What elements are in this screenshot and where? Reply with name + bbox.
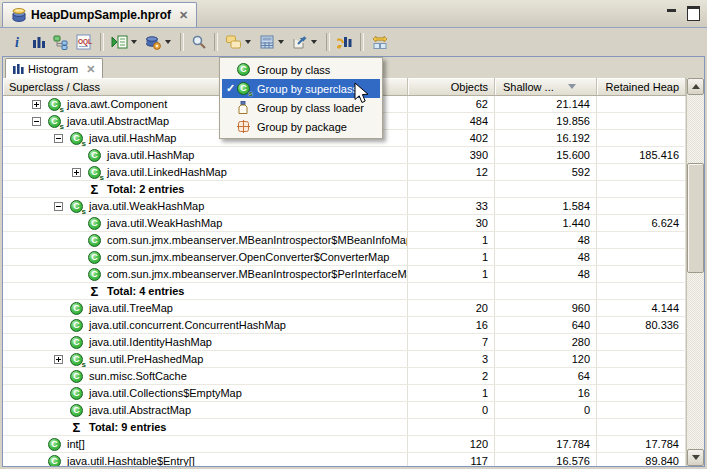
expander-minus-icon[interactable]	[53, 133, 64, 144]
calculate-retained-size-button[interactable]	[256, 30, 289, 54]
table-body: Csjava.awt.Component6221.144Csjava.util.…	[3, 96, 686, 466]
cell-shallow-heap: 48	[495, 249, 597, 265]
run-expert-system-test-button[interactable]	[108, 30, 142, 54]
menu-item-group-by-class[interactable]: CGroup by class	[222, 60, 380, 79]
scroll-down-button[interactable]	[687, 449, 704, 466]
editor-tab-heapdump[interactable]: HeapDumpSample.hprof ✕	[2, 2, 197, 27]
cell-objects: 33	[408, 198, 495, 214]
synchronize-panes-button[interactable]	[368, 30, 392, 54]
table-row[interactable]: ΣTotal: 9 entries	[3, 419, 686, 436]
table-row[interactable]: Cjava.util.Hashtable$Entry[]11716.57689.…	[3, 453, 686, 466]
open-oql-editor-button[interactable]: OQL	[72, 30, 96, 54]
column-header-shallow-heap[interactable]: Shallow ...	[495, 78, 597, 95]
cell-retained-heap	[597, 96, 686, 112]
cell-objects	[408, 419, 495, 435]
dropdown-arrow-icon[interactable]	[245, 40, 251, 44]
minimize-icon[interactable]	[667, 9, 677, 18]
editor-tab-close-icon[interactable]: ✕	[179, 9, 188, 22]
table-row[interactable]: Cjava.util.AbstractMap00	[3, 402, 686, 419]
table-row[interactable]: Cjava.util.WeakHashMap301.4406.624	[3, 215, 686, 232]
arrow-down-icon	[692, 455, 700, 460]
histogram-tab-icon	[13, 63, 24, 75]
menu-item-group-by-package[interactable]: Group by package	[222, 117, 380, 136]
cell-shallow-heap: 16	[495, 385, 597, 401]
cell-objects: 7	[408, 334, 495, 350]
dropdown-arrow-icon[interactable]	[311, 40, 317, 44]
cell-class: Cjava.util.IdentityHashMap	[3, 334, 408, 350]
cell-retained-heap: 89.840	[597, 453, 686, 466]
toolbar-separator	[360, 33, 364, 51]
scrollbar-thumb[interactable]	[687, 163, 704, 273]
cell-class: Ccom.sun.jmx.mbeanserver.MBeanIntrospect…	[3, 232, 408, 248]
editor-tab-title: HeapDumpSample.hprof	[31, 8, 171, 22]
export-icon	[292, 34, 308, 50]
vertical-scrollbar[interactable]	[686, 78, 704, 466]
table-row[interactable]: Csun.misc.SoftCache264	[3, 368, 686, 385]
dominator-tree-button[interactable]	[50, 30, 72, 54]
heap-dump-overview-button[interactable]	[142, 30, 176, 54]
cell-objects: 1	[408, 249, 495, 265]
expander-minus-icon[interactable]	[53, 201, 64, 212]
toolbar-separator	[100, 33, 104, 51]
class-icon: C	[70, 370, 83, 383]
search-button[interactable]	[188, 30, 210, 54]
table-row[interactable]: Cint[]12017.78417.784	[3, 436, 686, 453]
table-row[interactable]: Cjava.util.TreeMap209604.144	[3, 300, 686, 317]
table-row[interactable]: Ccom.sun.jmx.mbeanserver.MBeanIntrospect…	[3, 232, 686, 249]
cell-retained-heap	[597, 385, 686, 401]
tab-histogram[interactable]: Histogram ✕	[5, 58, 103, 79]
table-row[interactable]: Ccom.sun.jmx.mbeanserver.MBeanIntrospect…	[3, 266, 686, 283]
table-row[interactable]: Cjava.util.Collections$EmptyMap116	[3, 385, 686, 402]
grouping-button[interactable]	[222, 30, 256, 54]
cell-class: Csjava.util.WeakHashMap	[3, 198, 408, 214]
dominator-tree-icon	[53, 34, 69, 50]
cell-objects: 2	[408, 368, 495, 384]
cell-objects: 3	[408, 351, 495, 367]
cell-retained-heap	[597, 130, 686, 146]
heap-dump-icon	[11, 7, 27, 23]
dropdown-arrow-icon[interactable]	[165, 40, 171, 44]
export-button[interactable]	[289, 30, 322, 54]
cell-objects: 390	[408, 147, 495, 163]
table-row[interactable]: Cjava.util.IdentityHashMap7280	[3, 334, 686, 351]
expander-plus-icon[interactable]	[31, 99, 42, 110]
column-header-objects[interactable]: Objects	[408, 78, 495, 95]
cell-retained-heap	[597, 368, 686, 384]
cell-objects: 0	[408, 402, 495, 418]
tab-histogram-label: Histogram	[28, 63, 78, 75]
expander-plus-icon[interactable]	[71, 167, 82, 178]
scroll-up-button[interactable]	[687, 78, 704, 95]
table-row[interactable]: Cjava.util.HashMap39015.600185.416	[3, 147, 686, 164]
sigma-icon: Σ	[88, 183, 101, 196]
create-histogram-button[interactable]	[28, 30, 50, 54]
sort-desc-icon	[568, 84, 576, 89]
table-row[interactable]: ΣTotal: 2 entries	[3, 181, 686, 198]
table-row[interactable]: Ccom.sun.jmx.mbeanserver.OpenConverter$C…	[3, 249, 686, 266]
dropdown-arrow-icon[interactable]	[278, 40, 284, 44]
superclass-icon: Cs	[237, 82, 250, 95]
cell-class: Ccom.sun.jmx.mbeanserver.MBeanIntrospect…	[3, 266, 408, 282]
info-button[interactable]: i	[6, 30, 28, 54]
dropdown-arrow-icon[interactable]	[131, 40, 137, 44]
cell-objects: 120	[408, 436, 495, 452]
table-row[interactable]: Cjava.util.concurrent.ConcurrentHashMap1…	[3, 317, 686, 334]
cell-retained-heap	[597, 232, 686, 248]
column-header-retained-heap[interactable]: Retained Heap	[597, 78, 686, 95]
menu-item-label: Group by class	[257, 64, 330, 76]
editor-tab-bar: HeapDumpSample.hprof ✕	[0, 0, 707, 28]
tab-histogram-close-icon[interactable]: ✕	[86, 63, 95, 76]
class-icon: C	[48, 455, 61, 467]
table-row[interactable]: Csjava.util.WeakHashMap331.584	[3, 198, 686, 215]
compare-to-another-heap-dump-button[interactable]	[334, 30, 356, 54]
sigma-icon: Σ	[88, 285, 101, 298]
maximize-icon[interactable]	[687, 6, 700, 21]
cell-objects: 20	[408, 300, 495, 316]
svg-text:OQL: OQL	[78, 38, 92, 46]
expander-plus-icon[interactable]	[53, 354, 64, 365]
table-row[interactable]: ΣTotal: 4 entries	[3, 283, 686, 300]
table-row[interactable]: Csjava.util.LinkedHashMap12592	[3, 164, 686, 181]
grouping-icon	[225, 34, 242, 50]
cell-objects: 117	[408, 453, 495, 466]
table-row[interactable]: Cssun.util.PreHashedMap3120	[3, 351, 686, 368]
expander-minus-icon[interactable]	[31, 116, 42, 127]
